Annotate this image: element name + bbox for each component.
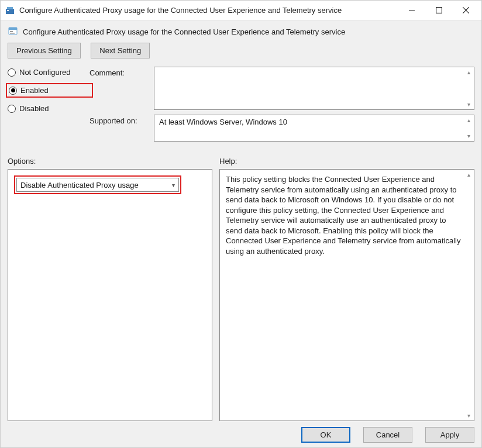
policy-icon bbox=[8, 26, 18, 37]
help-section-label: Help: bbox=[219, 157, 474, 166]
fields-column: Comment: ▴ ▾ Supported on: At least Wind… bbox=[89, 67, 474, 146]
scroll-down-icon[interactable]: ▾ bbox=[465, 101, 473, 108]
app-icon bbox=[5, 6, 15, 15]
comment-label: Comment: bbox=[89, 67, 154, 77]
state-radio-group: Not Configured Enabled Disabled bbox=[8, 67, 89, 146]
radio-not-configured[interactable]: Not Configured bbox=[8, 68, 89, 77]
apply-button[interactable]: Apply bbox=[425, 427, 474, 443]
help-pane: This policy setting blocks the Connected… bbox=[219, 169, 474, 421]
radio-label: Enabled bbox=[20, 86, 49, 95]
maximize-button[interactable] bbox=[425, 2, 452, 19]
section-labels: Options: Help: bbox=[8, 157, 474, 166]
config-grid: Not Configured Enabled Disabled bbox=[8, 67, 474, 146]
dialog-window: Configure Authenticated Proxy usage for … bbox=[0, 0, 482, 448]
dropdown-value: Disable Authenticated Proxy usage bbox=[20, 181, 139, 189]
policy-header: Configure Authenticated Proxy usage for … bbox=[8, 26, 474, 37]
scroll-up-icon[interactable]: ▴ bbox=[465, 171, 473, 178]
svg-rect-2 bbox=[7, 10, 9, 11]
svg-rect-4 bbox=[436, 8, 442, 13]
svg-rect-10 bbox=[10, 33, 15, 34]
policy-name: Configure Authenticated Proxy usage for … bbox=[23, 27, 345, 36]
scroll-up-icon[interactable]: ▴ bbox=[465, 68, 473, 76]
ok-button[interactable]: OK bbox=[301, 427, 350, 443]
radio-icon-selected bbox=[9, 87, 17, 95]
client-area: Configure Authenticated Proxy usage for … bbox=[1, 20, 481, 447]
options-pane: Disable Authenticated Proxy usage ▾ bbox=[8, 169, 212, 421]
svg-rect-8 bbox=[9, 27, 17, 30]
cancel-button[interactable]: Cancel bbox=[363, 427, 412, 443]
close-button[interactable] bbox=[452, 2, 479, 19]
supported-on-box: At least Windows Server, Windows 10 ▴ ▾ bbox=[154, 115, 474, 142]
scroll-down-icon[interactable]: ▾ bbox=[465, 412, 473, 419]
radio-disabled[interactable]: Disabled bbox=[8, 104, 89, 113]
highlight-enabled: Enabled bbox=[6, 83, 93, 98]
radio-label: Disabled bbox=[19, 104, 49, 113]
minimize-button[interactable] bbox=[398, 2, 425, 19]
supported-label: Supported on: bbox=[89, 115, 154, 125]
scroll-down-icon[interactable]: ▾ bbox=[465, 132, 473, 140]
dialog-footer: OK Cancel Apply bbox=[8, 421, 474, 443]
svg-rect-9 bbox=[10, 31, 13, 32]
radio-enabled[interactable]: Enabled bbox=[9, 86, 49, 95]
nav-buttons: Previous Setting Next Setting bbox=[8, 43, 474, 58]
radio-icon bbox=[8, 105, 16, 113]
radio-icon bbox=[8, 68, 16, 77]
radio-label: Not Configured bbox=[19, 68, 70, 77]
scroll-up-icon[interactable]: ▴ bbox=[465, 116, 473, 124]
comment-row: Comment: ▴ ▾ bbox=[89, 67, 474, 110]
help-text: This policy setting blocks the Connected… bbox=[226, 175, 461, 256]
previous-setting-button[interactable]: Previous Setting bbox=[8, 43, 81, 58]
next-setting-button[interactable]: Next Setting bbox=[91, 43, 150, 58]
window-title: Configure Authenticated Proxy usage for … bbox=[19, 6, 398, 15]
lower-panes: Disable Authenticated Proxy usage ▾ This… bbox=[8, 169, 474, 421]
radio-dot-icon bbox=[11, 88, 15, 92]
svg-rect-0 bbox=[6, 9, 14, 14]
comment-textarea[interactable]: ▴ ▾ bbox=[154, 67, 474, 110]
proxy-usage-dropdown[interactable]: Disable Authenticated Proxy usage ▾ bbox=[16, 178, 179, 192]
options-section-label: Options: bbox=[8, 157, 219, 166]
titlebar: Configure Authenticated Proxy usage for … bbox=[1, 1, 481, 20]
supported-value: At least Windows Server, Windows 10 bbox=[159, 118, 287, 126]
window-controls bbox=[398, 2, 479, 19]
supported-row: Supported on: At least Windows Server, W… bbox=[89, 115, 474, 142]
highlight-dropdown: Disable Authenticated Proxy usage ▾ bbox=[14, 175, 181, 194]
chevron-down-icon: ▾ bbox=[172, 182, 175, 188]
svg-rect-1 bbox=[7, 7, 13, 9]
